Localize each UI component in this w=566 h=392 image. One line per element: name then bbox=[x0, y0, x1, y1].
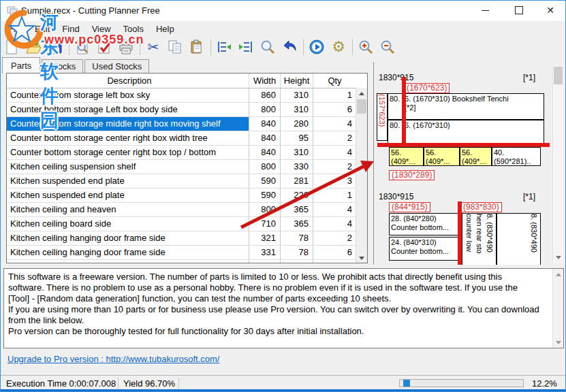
sheet1-diagram[interactable]: 80. 6. (1670*310) Bookshelf Tenchi[*2] 8… bbox=[388, 93, 544, 146]
maximize-button[interactable] bbox=[507, 1, 531, 20]
scroll-thumb[interactable] bbox=[357, 99, 366, 114]
table-row[interactable]: Kitchen ceiling hanging door frame side … bbox=[7, 231, 367, 246]
scroll-down-icon[interactable] bbox=[356, 252, 367, 263]
table-row[interactable]: Counter bottom storage center right box … bbox=[7, 146, 367, 160]
tab-used-stocks[interactable]: Used Stocks bbox=[84, 59, 149, 73]
part-height: 330 bbox=[281, 160, 313, 174]
undo-icon bbox=[281, 39, 298, 55]
part-qty: 3 bbox=[313, 174, 356, 188]
open-icon bbox=[25, 39, 42, 55]
cut-icon: ✂ bbox=[148, 40, 159, 54]
report-check-button[interactable] bbox=[95, 37, 114, 56]
scroll-thumb[interactable] bbox=[554, 67, 563, 84]
table-row[interactable]: Kitchen suspended end plate 590 220 1 bbox=[7, 189, 367, 203]
minimize-button[interactable] bbox=[473, 1, 497, 20]
find-button[interactable] bbox=[258, 37, 277, 56]
save-button[interactable] bbox=[46, 37, 65, 56]
paste-button[interactable] bbox=[187, 37, 206, 56]
part-cell[interactable]: 24. (840*310)Counter bottom... bbox=[389, 237, 460, 261]
part-cell[interactable]: 56.(409*... bbox=[460, 147, 492, 166]
sheet-count-label: [*1] bbox=[523, 192, 535, 201]
zoom-out-icon bbox=[379, 39, 396, 55]
column-header-qty[interactable]: Qty bbox=[313, 74, 356, 88]
toolbar-separator bbox=[352, 39, 353, 55]
run-button[interactable] bbox=[307, 37, 326, 56]
rotated-part-label: 8. (830*490 bbox=[529, 214, 539, 265]
part-width: 321 bbox=[249, 231, 281, 245]
part-description: Kitchen ceiling hanging door frame side bbox=[7, 246, 249, 259]
part-cell[interactable]: 28. (840*280)Counter bottom... bbox=[389, 213, 460, 235]
table-row[interactable]: Kitchen ceiling hanging door frame side … bbox=[7, 246, 367, 260]
part-width: 800 bbox=[249, 160, 281, 174]
column-header-height[interactable]: Height bbox=[281, 74, 313, 88]
status-separator bbox=[118, 378, 119, 389]
menu-help[interactable]: Help bbox=[150, 22, 180, 35]
menu-bar: File Edit Find View Tools Help bbox=[1, 21, 566, 36]
window-title: Sumple.recx - Cutting Planner Free bbox=[21, 5, 160, 16]
shift-left-icon bbox=[216, 39, 232, 55]
table-row[interactable]: Counter bottom storage Left box body sid… bbox=[7, 103, 367, 117]
part-qty: 4 bbox=[313, 217, 356, 231]
preview-scrollbar[interactable] bbox=[552, 65, 563, 263]
close-button[interactable]: ✕ bbox=[539, 1, 562, 20]
part-width: 860 bbox=[249, 88, 281, 102]
menu-find[interactable]: Find bbox=[56, 22, 85, 35]
part-cell[interactable]: 56.(409*... bbox=[389, 147, 424, 166]
part-cell[interactable]: 40.(590*281).. bbox=[492, 147, 541, 166]
part-cell[interactable]: 56.(409*... bbox=[424, 147, 460, 166]
table-row[interactable]: Kitchen ceiling suspension shelf 800 330… bbox=[7, 160, 367, 174]
panel-splitter[interactable] bbox=[373, 62, 374, 265]
shift-left-button[interactable] bbox=[215, 37, 234, 56]
table-row[interactable]: Kitchen ceiling board side 710 365 4 bbox=[7, 217, 367, 231]
print-button[interactable] bbox=[116, 37, 136, 56]
settings-button[interactable]: ⚙ bbox=[329, 37, 348, 56]
new-button[interactable] bbox=[2, 37, 21, 56]
notice-scrollbar[interactable] bbox=[552, 269, 563, 348]
table-row[interactable]: Counter bottom storage left box sky 860 … bbox=[7, 88, 367, 103]
part-qty: 2 bbox=[313, 131, 356, 145]
table-row[interactable]: Kitchen suspended end plate 590 281 3 bbox=[7, 174, 367, 189]
part-height: 365 bbox=[281, 203, 313, 216]
upgrade-pro-link[interactable]: Upgrade to Pro version : http://www.tuba… bbox=[7, 354, 219, 364]
part-description: Kitchen ceiling suspension shelf bbox=[7, 160, 249, 174]
menu-view[interactable]: View bbox=[86, 22, 117, 35]
app-window: Sumple.recx - Cutting Planner Free ✕ Fil… bbox=[0, 0, 566, 392]
part-width: 840 bbox=[249, 117, 281, 131]
notice-line: This software is a freeware version. The… bbox=[8, 272, 550, 282]
column-header-description[interactable]: Description bbox=[7, 74, 249, 88]
cut-button[interactable]: ✂ bbox=[144, 37, 163, 56]
table-row[interactable]: Counter bottom storage center right box … bbox=[7, 131, 367, 146]
menu-file[interactable]: File bbox=[2, 22, 29, 35]
zoom-out-button[interactable] bbox=[378, 37, 397, 56]
menu-tools[interactable]: Tools bbox=[117, 22, 150, 35]
copy-icon bbox=[167, 39, 183, 55]
open-button[interactable] bbox=[24, 37, 43, 56]
table-row[interactable]: Kitchen ceiling hanger door stile vertic… bbox=[7, 260, 367, 263]
part-height: 310 bbox=[281, 88, 313, 102]
print-preview-button[interactable] bbox=[73, 37, 92, 56]
table-scrollbar[interactable] bbox=[356, 88, 367, 263]
part-height: 281 bbox=[281, 174, 313, 188]
menu-edit[interactable]: Edit bbox=[29, 22, 56, 35]
scroll-down-icon[interactable] bbox=[553, 252, 563, 263]
table-row[interactable]: Kitchen ceiling and heaven 800 365 4 bbox=[7, 203, 367, 217]
column-header-width[interactable]: Width bbox=[249, 74, 281, 88]
undo-button[interactable] bbox=[280, 37, 299, 56]
part-width: 840 bbox=[249, 131, 281, 145]
part-height: 78 bbox=[281, 246, 313, 259]
part-width: 800 bbox=[249, 103, 281, 116]
scroll-up-icon[interactable] bbox=[356, 88, 367, 99]
copy-button[interactable] bbox=[166, 37, 185, 56]
scroll-down-icon[interactable] bbox=[553, 337, 563, 348]
tab-parts[interactable]: Parts bbox=[2, 57, 40, 74]
table-row-selected[interactable]: Counter bottom storage middle right box … bbox=[7, 117, 367, 131]
part-description: Counter bottom storage center right box … bbox=[7, 131, 249, 145]
scroll-up-icon[interactable] bbox=[553, 269, 563, 280]
title-bar: Sumple.recx - Cutting Planner Free ✕ bbox=[1, 1, 565, 21]
shift-right-button[interactable] bbox=[236, 37, 255, 56]
part-qty: 6 bbox=[313, 246, 356, 259]
zoom-in-button[interactable] bbox=[356, 37, 375, 56]
tab-stocks[interactable]: Stocks bbox=[42, 59, 83, 73]
license-notice-box[interactable]: This software is a freeware version. The… bbox=[3, 268, 564, 348]
part-qty: 2 bbox=[313, 231, 356, 245]
